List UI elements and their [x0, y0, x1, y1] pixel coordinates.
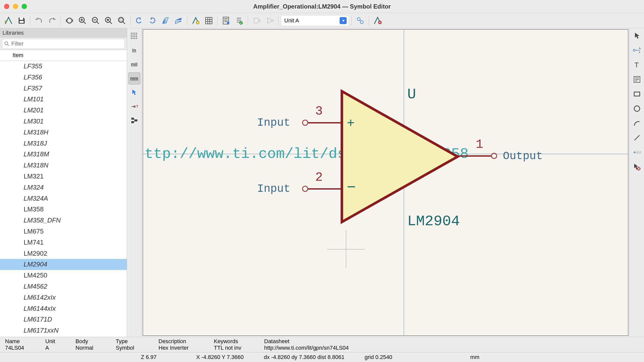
svg-point-11	[107, 19, 109, 21]
insert-to-schematic-button[interactable]	[372, 15, 384, 27]
library-item[interactable]: LF355	[0, 61, 127, 72]
symbol-body[interactable]	[339, 89, 473, 224]
svg-line-35	[360, 20, 361, 21]
pin1-line[interactable]	[458, 155, 491, 157]
library-item[interactable]: LM324A	[0, 193, 127, 204]
library-item[interactable]: LM4250	[0, 270, 127, 281]
set-anchor-button[interactable]: (0,0)	[631, 147, 642, 158]
library-item[interactable]: LM318H	[0, 127, 127, 138]
add-arc-button[interactable]	[631, 118, 642, 129]
library-item[interactable]: LM741	[0, 237, 127, 248]
value-field[interactable]: LM2904	[407, 213, 460, 230]
library-item[interactable]: LM358_DFN	[0, 215, 127, 226]
svg-line-73	[634, 135, 639, 140]
library-list[interactable]: LF355LF356LF357LM101LM201LM301LM318HLM31…	[0, 61, 127, 337]
add-circle-button[interactable]	[631, 103, 642, 114]
title-bar: Amplifier_Operational:LM2904 — Symbol Ed…	[0, 0, 644, 13]
library-panel-header: Libraries	[0, 28, 127, 38]
demorgan-alternate-button[interactable]	[264, 15, 276, 27]
library-item[interactable]: LF357	[0, 83, 127, 94]
library-item[interactable]: LM6171D	[0, 314, 127, 325]
library-item[interactable]: LM101	[0, 94, 127, 105]
delete-tool-button[interactable]	[631, 161, 642, 172]
mirror-vertical-button[interactable]	[172, 15, 184, 27]
library-item[interactable]: LM675	[0, 226, 127, 237]
sync-pins-button[interactable]	[354, 15, 366, 27]
datasheet-button[interactable]	[220, 15, 232, 27]
window-zoom-button[interactable]	[22, 4, 27, 9]
show-pin-electrical-button[interactable]: ?	[128, 101, 140, 113]
pin2-endpoint[interactable]	[302, 186, 308, 192]
pin3-endpoint[interactable]	[302, 120, 308, 126]
prop-header: Datasheet	[264, 338, 415, 345]
prop-value: Normal	[75, 345, 116, 351]
select-tool-button[interactable]	[631, 30, 642, 41]
window-minimize-button[interactable]	[13, 4, 18, 9]
library-item[interactable]: LM318J	[0, 138, 127, 149]
unit-selector-label: Unit A	[284, 17, 299, 24]
zoom-in-button[interactable]	[76, 15, 89, 27]
add-text-button[interactable]: T	[631, 59, 642, 70]
show-tree-button[interactable]	[128, 115, 140, 127]
library-item[interactable]: LM2902	[0, 248, 127, 259]
pin1-endpoint[interactable]	[491, 153, 497, 159]
add-line-button[interactable]	[631, 132, 642, 143]
library-item[interactable]: LM201	[0, 105, 127, 116]
pin3-label[interactable]: Input	[257, 116, 290, 129]
window-close-button[interactable]	[4, 4, 9, 9]
units-inches-button[interactable]: in	[128, 44, 140, 56]
library-item[interactable]: LM318N	[0, 160, 127, 171]
units-mm-button[interactable]: mm	[128, 72, 140, 84]
zoom-fit-button[interactable]	[103, 15, 115, 27]
library-filter-input[interactable]	[2, 39, 125, 49]
rotate-cw-button[interactable]	[146, 15, 158, 27]
demorgan-standard-button[interactable]	[251, 15, 263, 27]
units-mils-button[interactable]: mil	[128, 58, 140, 70]
library-item[interactable]: LM6171xxN	[0, 325, 127, 336]
svg-rect-17	[206, 17, 212, 24]
cursor-full-button[interactable]	[128, 86, 140, 99]
erc-button[interactable]	[233, 15, 245, 27]
add-textbox-button[interactable]	[631, 74, 642, 85]
symbol-properties-button[interactable]	[190, 15, 202, 27]
pin1-number[interactable]: 1	[476, 137, 483, 152]
new-symbol-button[interactable]	[3, 15, 15, 27]
pin2-number[interactable]: 2	[315, 170, 323, 185]
library-item[interactable]: LM4562	[0, 281, 127, 292]
pin2-line[interactable]	[308, 188, 341, 190]
library-item[interactable]: LF356	[0, 72, 127, 83]
refresh-button[interactable]	[63, 15, 75, 27]
library-item[interactable]: LM6144xIx	[0, 303, 127, 314]
library-item[interactable]: LM318M	[0, 149, 127, 160]
pin3-number[interactable]: 3	[315, 104, 323, 118]
svg-line-59	[134, 119, 135, 120]
svg-point-40	[136, 33, 137, 34]
svg-rect-0	[20, 18, 23, 20]
pin1-label[interactable]: Output	[503, 150, 543, 162]
pin2-label[interactable]: Input	[257, 183, 290, 195]
add-rectangle-button[interactable]	[631, 88, 642, 100]
pin-table-button[interactable]	[203, 15, 215, 27]
library-item[interactable]: LM2904	[0, 259, 127, 270]
library-item[interactable]: LM324	[0, 182, 127, 193]
mirror-horizontal-button[interactable]	[159, 15, 171, 27]
pin3-polarity-plus: +	[347, 115, 354, 130]
library-item[interactable]: LM358	[0, 204, 127, 215]
rotate-ccw-button[interactable]	[133, 15, 145, 27]
save-button[interactable]	[16, 15, 28, 27]
canvas[interactable]: ttp://www.ti.com/lit/ds/symlink/lm358 In…	[143, 29, 628, 336]
zoom-selection-button[interactable]	[116, 15, 128, 27]
grid-button[interactable]	[128, 30, 140, 42]
zoom-out-button[interactable]	[90, 15, 102, 27]
add-pin-button[interactable]: A1	[631, 45, 642, 56]
unit-selector[interactable]: Unit A ▼	[281, 15, 349, 26]
pin3-line[interactable]	[308, 122, 341, 123]
reference-field[interactable]: U	[407, 86, 416, 103]
svg-point-26	[227, 22, 229, 24]
library-item[interactable]: LM301	[0, 116, 127, 127]
library-item[interactable]: LM6142xIx	[0, 292, 127, 303]
redo-button[interactable]	[46, 15, 58, 27]
undo-button[interactable]	[33, 15, 45, 27]
right-toolbar: A1 T (0,0)	[629, 28, 644, 337]
library-item[interactable]: LM321	[0, 171, 127, 182]
